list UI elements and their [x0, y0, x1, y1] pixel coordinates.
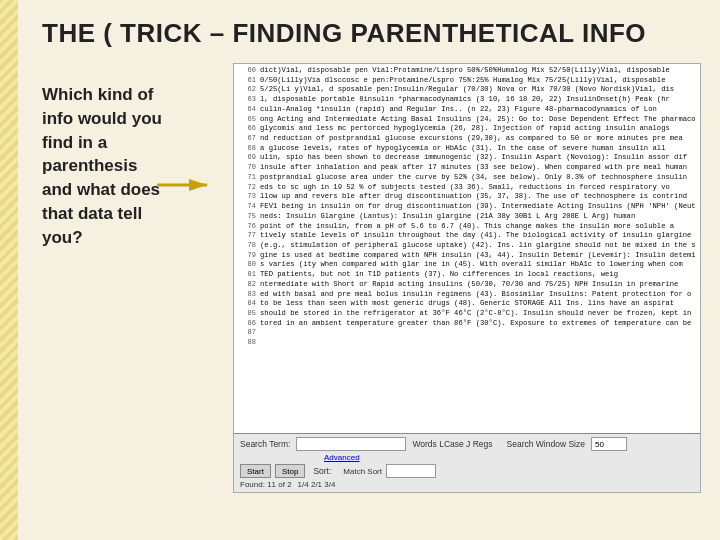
line-number: 85 — [238, 309, 260, 319]
line-number: 68 — [238, 144, 260, 154]
line-number: 80 — [238, 260, 260, 270]
line-text: a glucose levels, rates of hypoglycemia … — [260, 144, 696, 154]
table-row: 64culin-Analog *insulin (rapid) and Regu… — [238, 105, 696, 115]
line-text: ntermediate with Short or Rapid acting i… — [260, 280, 696, 290]
line-text: tored in an ambient temperature greater … — [260, 319, 696, 329]
stop-button[interactable]: Stop — [275, 464, 305, 478]
match-input[interactable] — [386, 464, 436, 478]
line-number: 86 — [238, 319, 260, 329]
line-number: 77 — [238, 231, 260, 241]
table-row: 72eds to sc ugh in 19 52 % of subjects t… — [238, 183, 696, 193]
table-row: 87 — [238, 328, 696, 337]
line-text: gine is used at bedtime compared with NP… — [260, 251, 696, 261]
line-text: postprandial glucose area under the curv… — [260, 173, 696, 183]
line-text: ulin, spio has been shown to decrease im… — [260, 153, 696, 163]
table-row: 81 TED patients, but not in T1D patients… — [238, 270, 696, 280]
line-text: tively stable levels of insulin througho… — [260, 231, 696, 241]
line-text: s varies (ity when compared with glar in… — [260, 260, 696, 270]
line-text: TED patients, but not in T1D patients (3… — [260, 270, 696, 280]
search-term-label: Search Term: — [240, 439, 290, 449]
sort-label: Sort: — [313, 466, 331, 476]
search-size-input[interactable] — [591, 437, 627, 451]
table-row: 63l, disposable portable 8insulin *pharm… — [238, 95, 696, 105]
advanced-link[interactable]: Advanced — [324, 453, 360, 462]
line-text: neds: Insulin Glargine (Lantus): Insulin… — [260, 212, 696, 222]
line-number: 67 — [238, 134, 260, 144]
table-row: 85should be stored in the refrigerator a… — [238, 309, 696, 319]
line-text: to be less than seen with most generic d… — [260, 299, 696, 309]
table-row: 83ed with basal and pre meal bolus insul… — [238, 290, 696, 300]
line-number: 65 — [238, 115, 260, 125]
line-number: 63 — [238, 95, 260, 105]
start-button[interactable]: Start — [240, 464, 271, 478]
line-text: ed with basal and pre meal bolus insulin… — [260, 290, 696, 300]
table-row: 77tively stable levels of insulin throug… — [238, 231, 696, 241]
line-number: 66 — [238, 124, 260, 134]
table-row: 66glycomis and less mc pertorced hypogly… — [238, 124, 696, 134]
left-panel: Which kind of info would you find in a p… — [42, 63, 217, 493]
table-row: 71postprandial glucose area under the cu… — [238, 173, 696, 183]
line-text: ong Acting and Intermediate Acting Basal… — [260, 115, 696, 125]
line-number: 79 — [238, 251, 260, 261]
line-number: 73 — [238, 192, 260, 202]
line-text: 5/25(Li y)Vial, d sposable pen:Insulin/R… — [260, 85, 696, 95]
status-found: Found: 11 of 2 — [240, 480, 292, 489]
search-input[interactable] — [296, 437, 406, 451]
table-row: 70insule after inhalation and peak after… — [238, 163, 696, 173]
table-row: 625/25(Li y)Vial, d sposable pen:Insulin… — [238, 85, 696, 95]
line-number: 87 — [238, 328, 260, 337]
line-text: should be stored in the refrigerator at … — [260, 309, 696, 319]
match-sort-label: Match Sort — [343, 467, 382, 476]
line-text — [260, 328, 696, 337]
line-text: dict)Vial, disposable pen Vial:Protamine… — [260, 66, 696, 76]
right-panel: 60dict)Vial, disposable pen Vial:Protami… — [233, 63, 701, 493]
line-text: llow up and revers ble after drug discon… — [260, 192, 696, 202]
table-row: 79gine is used at bedtime compared with … — [238, 251, 696, 261]
line-text: glycomis and less mc pertorced hypoglyce… — [260, 124, 696, 134]
line-number: 74 — [238, 202, 260, 212]
line-text: insule after inhalation and peak after 1… — [260, 163, 696, 173]
table-row: 86tored in an ambient temperature greate… — [238, 319, 696, 329]
slide: THE ( TRICK – FINDING PARENTHETICAL INFO… — [0, 0, 720, 540]
table-row: 67nd reduction of postprandial glucose e… — [238, 134, 696, 144]
document-content: 60dict)Vial, disposable pen Vial:Protami… — [234, 64, 700, 433]
line-text: nd reduction of postprandial glucose exc… — [260, 134, 696, 144]
table-row: 73llow up and revers ble after drug disc… — [238, 192, 696, 202]
decorative-stripes — [0, 0, 18, 540]
table-row: 60dict)Vial, disposable pen Vial:Protami… — [238, 66, 696, 76]
table-row: 82ntermediate with Short or Rapid acting… — [238, 280, 696, 290]
line-number: 70 — [238, 163, 260, 173]
search-size-label: Search Window Size — [507, 439, 585, 449]
document-window: 60dict)Vial, disposable pen Vial:Protami… — [233, 63, 701, 493]
table-row: 84to be less than seen with most generic… — [238, 299, 696, 309]
table-row: 69ulin, spio has been shown to decrease … — [238, 153, 696, 163]
line-number: 69 — [238, 153, 260, 163]
line-number: 81 — [238, 270, 260, 280]
line-text: culin-Analog *insulin (rapid) and Regula… — [260, 105, 696, 115]
nav-value: 1/4 2/1 3/4 — [298, 480, 336, 489]
line-number: 75 — [238, 212, 260, 222]
table-row: 68a glucose levels, rates of hypoglycemi… — [238, 144, 696, 154]
table-row: 75neds: Insulin Glargine (Lantus): Insul… — [238, 212, 696, 222]
line-number: 82 — [238, 280, 260, 290]
slide-title: THE ( TRICK – FINDING PARENTHETICAL INFO — [42, 18, 696, 49]
question-text: Which kind of info would you find in a p… — [42, 83, 217, 250]
line-number: 62 — [238, 85, 260, 95]
line-number: 72 — [238, 183, 260, 193]
line-text: point of the insulin, from a pH of 5.6 t… — [260, 222, 696, 232]
line-number: 60 — [238, 66, 260, 76]
line-text: (e.g., stimulation of peripheral glucose… — [260, 241, 696, 251]
table-row: 80s varies (ity when compared with glar … — [238, 260, 696, 270]
line-text — [260, 338, 696, 347]
table-row: 65ong Acting and Intermediate Acting Bas… — [238, 115, 696, 125]
table-row: 88 — [238, 338, 696, 347]
line-number: 76 — [238, 222, 260, 232]
search-toolbar: Search Term: Words LCase J Regs Search W… — [234, 433, 700, 492]
line-number: 84 — [238, 299, 260, 309]
line-text: eds to sc ugh in 19 52 % of subjects tes… — [260, 183, 696, 193]
line-number: 78 — [238, 241, 260, 251]
line-number: 64 — [238, 105, 260, 115]
line-number: 61 — [238, 76, 260, 86]
table-row: 76point of the insulin, from a pH of 5.6… — [238, 222, 696, 232]
line-number: 71 — [238, 173, 260, 183]
